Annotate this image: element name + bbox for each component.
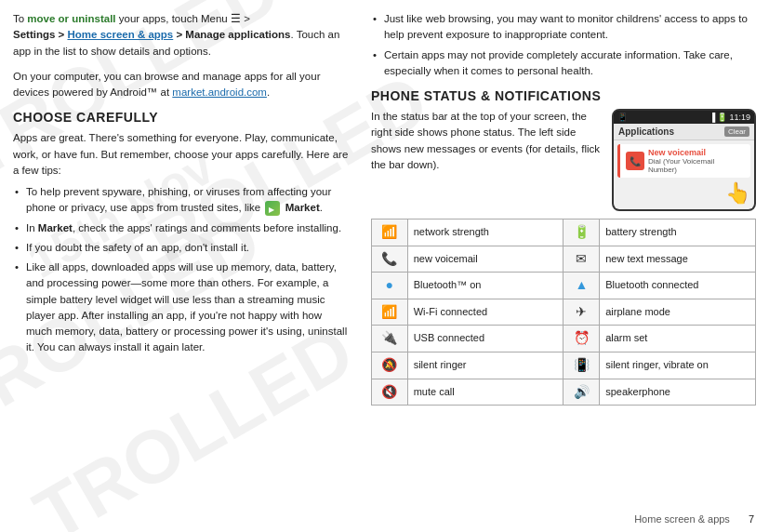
bullet-1: To help prevent spyware, phishing, or vi… xyxy=(13,184,349,217)
icon-voicemail: 📞 xyxy=(371,246,407,273)
label-airplane: airplane mode xyxy=(600,299,756,326)
phone-status-bar: 📱 ▐ 🔋 11:19 xyxy=(614,111,754,124)
signal-icon: ▐ xyxy=(709,113,715,122)
phone-hand-gesture: 👆 xyxy=(614,181,754,209)
bullet-2: In Market, check the apps' ratings and c… xyxy=(13,220,349,236)
right-column: Just like web browsing, you may want to … xyxy=(364,11,756,502)
label-mute: mute call xyxy=(407,379,563,406)
notification-subtitle: Dial (Your Voicemail Number) xyxy=(648,157,745,174)
phone-clear-button[interactable]: Clear xyxy=(724,126,749,137)
intro-paragraph-2: On your computer, you can browse and man… xyxy=(13,69,349,101)
content-area: To move or uninstall your apps, touch Me… xyxy=(0,0,769,510)
icon-bluetooth-on: ● xyxy=(371,273,407,299)
label-silent-ringer: silent ringer xyxy=(407,352,563,379)
phone-screen: Applications Clear 📞 New voicemail Dial … xyxy=(614,124,754,209)
icon-airplane: ✈ xyxy=(563,299,600,326)
table-row: 📞 new voicemail ✉ new text message xyxy=(371,246,755,273)
phone-app-bar: Applications Clear xyxy=(614,124,754,140)
highlight-move-uninstall: move or uninstall xyxy=(27,13,115,24)
label-battery: battery strength xyxy=(600,219,756,246)
intro-paragraph: To move or uninstall your apps, touch Me… xyxy=(13,11,349,60)
status-table: 📶 network strength 🔋 battery strength 📞 … xyxy=(371,219,756,406)
label-text-message: new text message xyxy=(600,246,756,273)
label-bluetooth-connected: Bluetooth connected xyxy=(600,273,756,299)
label-alarm: alarm set xyxy=(600,326,756,352)
section-title-phone-status: PHONE STATUS & NOTIFICATIONS xyxy=(371,88,756,103)
choose-intro: Apps are great. There's something for ev… xyxy=(13,130,349,179)
right-bullet-2: Certain apps may not provide completely … xyxy=(371,47,756,80)
market-icon xyxy=(265,201,280,216)
label-usb: USB connected xyxy=(407,326,563,352)
icon-alarm: ⏰ xyxy=(563,326,600,352)
battery-icon: 🔋 xyxy=(717,113,727,122)
market-link[interactable]: market.android.com xyxy=(172,86,267,98)
icon-battery: 🔋 xyxy=(563,219,600,246)
label-bluetooth-on: Bluetooth™ on xyxy=(407,273,563,299)
bullet-3: If you doubt the safety of an app, don't… xyxy=(13,240,349,256)
icon-wifi: 📶 xyxy=(371,299,407,326)
phone-app-name: 📱 xyxy=(617,113,628,122)
market-bold: Market xyxy=(38,222,73,233)
right-bullet-1: Just like web browsing, you may want to … xyxy=(371,11,756,44)
icon-usb: 🔌 xyxy=(371,326,407,352)
phone-status-icons: ▐ 🔋 11:19 xyxy=(709,113,750,122)
phone-app-title: Applications xyxy=(618,126,674,137)
phone-status-area: 📱 ▐ 🔋 11:19 Applications Clear xyxy=(371,109,756,173)
right-bullets: Just like web browsing, you may want to … xyxy=(371,11,756,79)
market-label: Market xyxy=(285,202,320,213)
label-voicemail: new voicemail xyxy=(407,246,563,273)
icon-network: 📶 xyxy=(371,219,407,246)
icon-text-message: ✉ xyxy=(563,246,600,273)
icon-silent-ringer: 🔕 xyxy=(371,352,407,379)
left-column: To move or uninstall your apps, touch Me… xyxy=(13,11,364,502)
phone-notification: 📞 New voicemail Dial (Your Voicemail Num… xyxy=(617,144,750,178)
icon-speaker: 🔊 xyxy=(563,379,600,406)
icon-bluetooth-connected: ▲ xyxy=(563,273,600,299)
bullet-4: Like all apps, downloaded apps will use … xyxy=(13,259,349,356)
choose-bullets: To help prevent spyware, phishing, or vi… xyxy=(13,184,349,356)
footer-page-number: 7 xyxy=(749,513,754,525)
label-network: network strength xyxy=(407,219,563,246)
page-footer: Home screen & apps 7 xyxy=(0,510,769,532)
table-row: 🔕 silent ringer 📳 silent ringer, vibrate… xyxy=(371,352,755,379)
notification-icon: 📞 xyxy=(626,152,644,170)
footer-section-label: Home screen & apps xyxy=(634,513,730,525)
table-row: 🔇 mute call 🔊 speakerphone xyxy=(371,379,755,406)
table-row: 📶 Wi-Fi connected ✈ airplane mode xyxy=(371,299,755,326)
icon-mute: 🔇 xyxy=(371,379,407,406)
label-vibrate: silent ringer, vibrate on xyxy=(600,352,756,379)
time-display: 11:19 xyxy=(729,113,750,122)
notification-content: New voicemail Dial (Your Voicemail Numbe… xyxy=(648,148,745,174)
notification-title: New voicemail xyxy=(648,148,745,157)
table-row: 📶 network strength 🔋 battery strength xyxy=(371,219,755,246)
table-row: 🔌 USB connected ⏰ alarm set xyxy=(371,326,755,352)
label-speaker: speakerphone xyxy=(600,379,756,406)
table-row: ● Bluetooth™ on ▲ Bluetooth connected xyxy=(371,273,755,299)
settings-path: Settings > Home screen & apps > Manage a… xyxy=(13,29,290,40)
applications-link[interactable]: Home screen & apps xyxy=(67,29,173,40)
label-wifi: Wi-Fi connected xyxy=(407,299,563,326)
icon-vibrate: 📳 xyxy=(563,352,600,379)
phone-screenshot: 📱 ▐ 🔋 11:19 Applications Clear xyxy=(612,109,756,211)
page-container: TROLLED TROLLED TROLLED 15th Nov TROLLED… xyxy=(0,0,769,532)
section-title-choose: CHOOSE CAREFULLY xyxy=(13,110,349,125)
